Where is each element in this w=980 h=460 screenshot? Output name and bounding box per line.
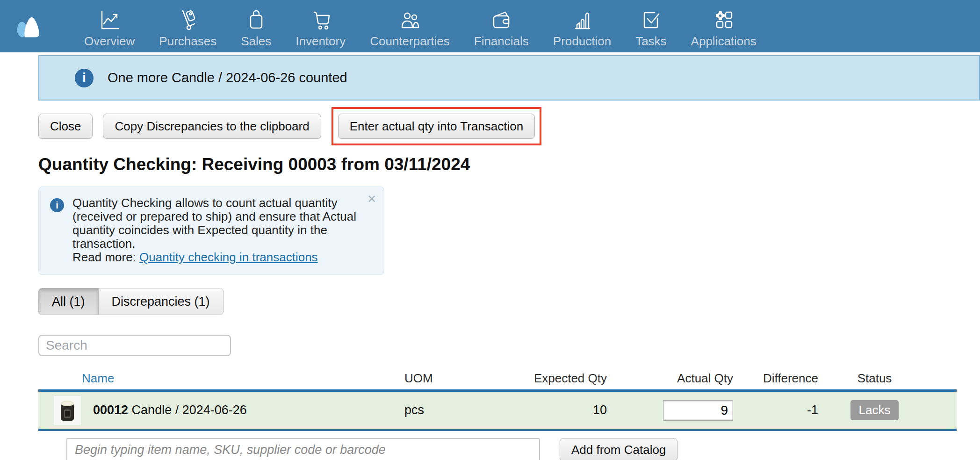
- shopping-cart-icon: [310, 7, 332, 31]
- nav-item-counterparties[interactable]: Counterparties: [358, 4, 462, 49]
- item-name-label: 00012 Candle / 2024-06-26: [93, 403, 247, 417]
- header-status: Status: [818, 371, 957, 389]
- bar-chart-icon: [571, 7, 593, 31]
- nav-item-label: Sales: [241, 34, 271, 49]
- header-actual-qty: Actual Qty: [612, 371, 739, 389]
- nav-item-purchases[interactable]: Purchases: [147, 4, 229, 49]
- page-title: Quantity Checking: Receiving 00003 from …: [38, 155, 980, 174]
- red-annotation-box: Enter actual qty into Transaction: [331, 107, 541, 145]
- nav-item-inventory[interactable]: Inventory: [283, 4, 358, 49]
- status-badge: Lacks: [850, 400, 899, 420]
- copy-discrepancies-button[interactable]: Copy Discrepancies to the clipboard: [103, 114, 321, 139]
- people-icon: [398, 7, 421, 31]
- app-logo-icon[interactable]: [12, 12, 45, 41]
- header-expected-qty: Expected Qty: [472, 371, 612, 389]
- hand-truck-icon: [177, 7, 199, 31]
- quantity-checking-link[interactable]: Quantity checking in transactions: [139, 250, 318, 264]
- item-difference-cell: -1: [739, 403, 818, 417]
- apps-grid-gear-icon: [713, 7, 735, 31]
- close-icon[interactable]: ✕: [367, 194, 376, 205]
- header-difference: Difference: [739, 371, 818, 389]
- header-uom: UOM: [374, 371, 472, 389]
- table-row: 00012 Candle / 2024-06-26 pcs 10 -1 Lack…: [38, 392, 957, 431]
- nav-item-financials[interactable]: Financials: [462, 4, 541, 49]
- enter-actual-qty-button[interactable]: Enter actual qty into Transaction: [338, 114, 535, 139]
- nav-item-label: Overview: [84, 34, 135, 49]
- filter-tabs: All (1) Discrepancies (1): [38, 288, 223, 315]
- item-actual-qty-cell: [612, 400, 739, 421]
- top-navigation-bar: Overview Purchases Sales: [0, 0, 980, 52]
- quantity-checking-page: Overview Purchases Sales: [0, 0, 980, 460]
- nav-item-label: Financials: [474, 34, 529, 49]
- read-more-label: Read more:: [72, 250, 139, 264]
- task-checkbox-icon: [640, 7, 662, 31]
- item-name-cell: 00012 Candle / 2024-06-26: [38, 396, 374, 425]
- notification-text: One more Candle / 2024-06-26 counted: [108, 70, 347, 86]
- nav-item-applications[interactable]: Applications: [679, 4, 769, 49]
- item-uom-cell: pcs: [374, 403, 472, 417]
- add-item-row: Add from Catalog: [38, 431, 957, 460]
- name-sort-link[interactable]: Name: [82, 371, 114, 386]
- search-input[interactable]: [38, 335, 231, 356]
- nav-item-label: Inventory: [295, 34, 346, 49]
- tab-discrepancies[interactable]: Discrepancies (1): [99, 288, 223, 315]
- table-header-row: Name UOM Expected Qty Actual Qty Differe…: [38, 372, 957, 392]
- item-name: Candle / 2024-06-26: [132, 403, 247, 417]
- nav-item-overview[interactable]: Overview: [72, 4, 147, 49]
- nav-item-tasks[interactable]: Tasks: [623, 4, 678, 49]
- nav-item-production[interactable]: Production: [541, 4, 623, 49]
- close-button[interactable]: Close: [38, 114, 93, 139]
- item-code: 00012: [93, 403, 128, 417]
- item-status-cell: Lacks: [818, 400, 957, 420]
- nav-item-label: Tasks: [635, 34, 666, 49]
- info-icon: i: [75, 69, 94, 87]
- info-box-description: Quantity Checking allows to count actual…: [72, 196, 356, 251]
- add-from-catalog-button[interactable]: Add from Catalog: [560, 438, 677, 460]
- notification-banner: i One more Candle / 2024-06-26 counted: [38, 55, 980, 101]
- tab-all[interactable]: All (1): [39, 288, 99, 315]
- nav-item-label: Counterparties: [370, 34, 450, 49]
- info-icon: i: [50, 198, 64, 212]
- wallet-icon: [490, 7, 512, 31]
- info-box-text: Quantity Checking allows to count actual…: [72, 196, 358, 264]
- toolbar: Close Copy Discrepancies to the clipboar…: [38, 107, 980, 145]
- line-chart-icon: [98, 7, 121, 31]
- nav-item-sales[interactable]: Sales: [229, 4, 283, 49]
- nav-item-label: Applications: [691, 34, 757, 49]
- actual-qty-input[interactable]: [663, 400, 733, 421]
- nav-item-label: Production: [553, 34, 611, 49]
- header-name: Name: [38, 371, 374, 389]
- nav-items: Overview Purchases Sales: [72, 4, 769, 49]
- shopping-bag-icon: [245, 7, 267, 31]
- info-box: i Quantity Checking allows to count actu…: [38, 187, 384, 275]
- nav-item-label: Purchases: [159, 34, 216, 49]
- add-item-input[interactable]: [66, 438, 540, 460]
- items-table: Name UOM Expected Qty Actual Qty Differe…: [38, 372, 957, 460]
- candle-thumbnail-image[interactable]: [54, 396, 81, 425]
- item-expected-qty-cell: 10: [472, 403, 612, 417]
